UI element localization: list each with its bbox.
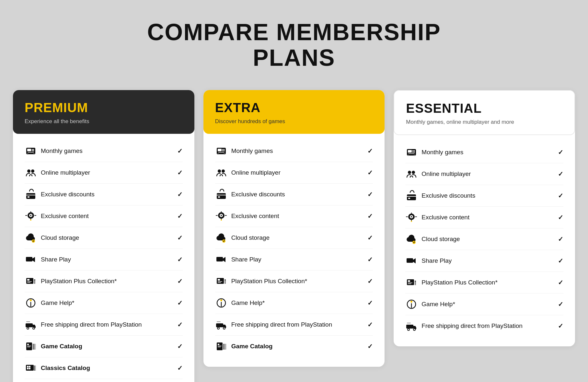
feature-row: PlayStation Plus Collection*✓ [215,271,373,292]
feature-check-icon: ✓ [367,277,373,285]
svg-rect-37 [35,344,36,350]
svg-rect-69 [218,282,221,283]
feature-label: Game Help* [421,301,554,308]
svg-rect-53 [224,150,225,151]
feature-row: Exclusive discounts✓ [405,185,563,207]
feature-row: Game Help*✓ [25,292,183,314]
feature-label: Cloud storage [41,234,173,241]
svg-rect-85 [226,344,226,350]
svg-rect-88 [412,150,413,151]
feature-label: Free shipping direct from PlayStation [421,322,554,330]
svg-rect-36 [34,344,35,350]
svg-point-15 [30,219,31,221]
svg-rect-39 [27,366,29,367]
svg-rect-89 [414,150,415,151]
feature-row: Share Play✓ [25,249,183,271]
svg-point-94 [408,171,411,174]
feature-icon [405,211,418,224]
feature-row: Free shipping direct from PlayStation✓ [25,314,183,336]
svg-rect-27 [26,323,33,327]
svg-rect-106 [408,283,412,283]
svg-rect-109 [415,281,416,282]
feature-row: PlayStation Plus Collection*✓ [25,271,183,292]
svg-rect-59 [218,196,220,198]
feature-icon [25,318,37,331]
feature-icon [25,340,37,353]
feature-row: Game trials✓ [25,379,183,382]
svg-rect-92 [408,155,409,156]
feature-icon [25,232,37,244]
feature-icon [25,167,37,179]
svg-rect-21 [27,282,30,283]
svg-rect-52 [222,150,223,151]
plan-name-premium: PREMIUM [25,100,183,115]
feature-icon [25,275,37,287]
feature-icon [215,340,227,353]
feature-check-icon: ✓ [558,322,563,330]
svg-rect-107 [408,284,411,284]
svg-rect-19 [27,279,29,281]
plan-subtitle-premium: Experience all the benefits [25,118,183,125]
feature-icon [405,276,418,289]
svg-rect-49 [218,149,222,151]
plan-card-extra[interactable]: EXTRADiscover hundreds of gamesMonthly g… [203,90,385,367]
feature-row: Online multiplayer✓ [215,162,373,184]
svg-rect-42 [29,368,30,369]
svg-rect-78 [217,321,221,322]
svg-rect-71 [225,279,226,281]
plan-card-essential[interactable]: ESSENTIALMonthly games, online multiplay… [394,90,575,346]
feature-label: Online multiplayer [421,170,554,178]
plan-header-premium: PREMIUMExperience all the benefits [13,90,194,134]
svg-rect-96 [407,194,416,200]
feature-check-icon: ✓ [177,147,183,155]
feature-check-icon: ✓ [367,234,373,242]
svg-rect-6 [27,154,29,155]
feature-check-icon: ✓ [558,214,563,221]
feature-icon [215,297,227,309]
feature-label: Cloud storage [421,236,554,243]
feature-icon [25,145,37,157]
feature-row: Cloud storage✓ [25,227,183,249]
feature-check-icon: ✓ [367,147,373,155]
svg-rect-104 [407,279,414,285]
svg-rect-116 [407,323,411,323]
feature-check-icon: ✓ [177,321,183,329]
feature-label: Free shipping direct from PlayStation [41,321,173,328]
plan-subtitle-extra: Discover hundreds of games [215,118,373,125]
svg-point-76 [217,327,219,329]
svg-point-111 [410,301,412,303]
svg-point-73 [220,299,222,301]
feature-check-icon: ✓ [367,342,373,350]
svg-rect-18 [26,278,33,284]
svg-point-56 [218,169,221,173]
feature-label: Share Play [231,256,364,263]
feature-check-icon: ✓ [367,321,373,329]
svg-rect-32 [27,344,29,345]
feature-check-icon: ✓ [367,169,373,177]
feature-check-icon: ✓ [558,148,563,156]
feature-check-icon: ✓ [177,191,183,198]
feature-check-icon: ✓ [558,279,563,286]
features-list-essential: Monthly games✓Online multiplayer✓Exclusi… [394,135,575,337]
feature-row: Game Catalog✓ [215,336,373,357]
feature-check-icon: ✓ [367,299,373,307]
feature-check-icon: ✓ [177,169,183,177]
feature-label: Online multiplayer [41,169,173,176]
feature-row: Monthly games✓ [25,140,183,162]
feature-row: Free shipping direct from PlayStation✓ [215,314,373,336]
feature-row: PlayStation Plus Collection*✓ [405,272,563,294]
svg-point-114 [408,329,409,330]
feature-label: Classics Catalog [41,365,173,372]
feature-icon [405,168,418,180]
feature-row: Game Catalog✓ [25,336,183,357]
svg-rect-40 [29,366,30,367]
feature-check-icon: ✓ [367,256,373,263]
feature-row: Share Play✓ [215,249,373,271]
svg-rect-65 [216,257,223,261]
svg-rect-105 [408,280,410,282]
feature-check-icon: ✓ [177,277,183,285]
plan-card-premium[interactable]: PREMIUMExperience all the benefitsMonthl… [13,90,194,382]
feature-row: Cloud storage✓ [215,227,373,249]
svg-rect-90 [412,152,413,153]
feature-icon [215,188,227,201]
